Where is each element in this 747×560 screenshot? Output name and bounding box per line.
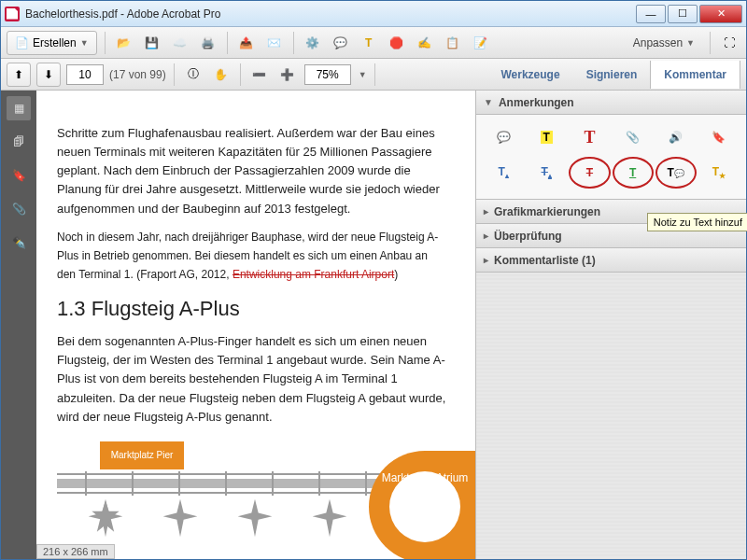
- app-window: Bachelorthesis.pdf - Adobe Acrobat Pro —…: [0, 0, 747, 560]
- comment-bubble-icon: 💬: [333, 36, 347, 49]
- settings-button[interactable]: ⚙️: [302, 32, 324, 54]
- text-correction-icon: T★: [712, 165, 726, 180]
- zoom-input[interactable]: [304, 64, 351, 85]
- panel-title: Anmerkungen: [499, 96, 574, 109]
- paperclip-icon: 📎: [626, 131, 640, 144]
- comment-side-panel: ▼ Anmerkungen 💬 T T 📎 🔊 🔖 T▴ T▴ T T T💬 T…: [475, 91, 746, 559]
- atrium-label: Marktplatz Atrium: [369, 451, 475, 559]
- document-viewport[interactable]: Schritte zum Flughafenausbau realisiert.…: [36, 91, 475, 559]
- attachments-tab[interactable]: 📎: [7, 197, 31, 221]
- comment-button[interactable]: 💬: [330, 32, 352, 54]
- panel-title: Kommentarliste (1): [494, 254, 596, 267]
- edit-button[interactable]: 📝: [470, 32, 492, 54]
- tab-kommentar[interactable]: Kommentar: [650, 61, 740, 89]
- create-button[interactable]: 📄 Erstellen ▼: [7, 31, 97, 55]
- share-button[interactable]: 📤: [235, 32, 258, 54]
- bookmark-icon: 🔖: [12, 169, 26, 182]
- stamp-tool[interactable]: 🔖: [701, 124, 737, 150]
- text-correction-tool[interactable]: T★: [701, 160, 737, 186]
- plane-icon: [160, 497, 201, 539]
- stamp-icon: 🔖: [712, 131, 726, 144]
- pier-label: Marktplatz Pier: [100, 441, 184, 469]
- minimize-button[interactable]: —: [636, 5, 666, 23]
- annotation-tools: 💬 T T 📎 🔊 🔖 T▴ T▴ T T T💬 T★: [476, 115, 746, 200]
- page-size-status: 216 x 266 mm: [36, 544, 115, 559]
- customize-label: Anpassen: [633, 36, 683, 49]
- sign-panel-icon: ✒️: [12, 236, 26, 249]
- titlebar: Bachelorthesis.pdf - Adobe Acrobat Pro —…: [1, 1, 746, 27]
- email-icon: ✉️: [267, 36, 281, 49]
- panel-title: Grafikmarkierungen: [494, 205, 600, 218]
- print-icon: 🖨️: [201, 36, 215, 49]
- page-number-input[interactable]: [66, 64, 104, 85]
- fullscreen-button[interactable]: ⛶: [718, 32, 740, 54]
- zoom-in-button[interactable]: ➕: [276, 63, 299, 86]
- share-icon: 📤: [239, 36, 253, 49]
- select-tool-button[interactable]: Ⓘ: [182, 63, 204, 86]
- content-area: ▦ 🗐 🔖 📎 ✒️ Schritte zum Flughafenausbau …: [1, 91, 746, 559]
- underline-icon: T: [629, 166, 636, 179]
- tab-signieren[interactable]: Signieren: [573, 61, 651, 89]
- tab-werkzeuge[interactable]: Werkzeuge: [487, 61, 572, 89]
- bookmarks-tab[interactable]: 🔖: [7, 163, 31, 188]
- gear-icon: ⚙️: [305, 36, 319, 49]
- open-button[interactable]: 📂: [113, 32, 135, 54]
- tooltip: Notiz zu Text hinzuf: [647, 213, 746, 231]
- save-button[interactable]: 💾: [141, 32, 163, 54]
- insert-text-tool[interactable]: T▴: [486, 160, 521, 186]
- cloud-button[interactable]: ☁️: [169, 32, 191, 54]
- airport-diagram: Marktplatz Pier Marktplatz Atrium: [57, 440, 468, 552]
- body-paragraph: Bei dem sogenannten A-Plus-Finger handel…: [57, 332, 447, 427]
- edit-doc-icon: 📝: [473, 36, 487, 49]
- add-note-to-text-tool[interactable]: T💬: [658, 160, 694, 186]
- strikethrough-tool[interactable]: T: [571, 160, 607, 186]
- sign-button[interactable]: ✍️: [414, 32, 436, 54]
- cursor-icon: Ⓘ: [188, 66, 199, 82]
- panel-kommentarliste-header[interactable]: ▸ Kommentarliste (1): [476, 248, 746, 273]
- maximize-button[interactable]: ☐: [668, 5, 698, 23]
- insert-text-icon: T▴: [498, 165, 508, 180]
- chevron-down-icon: ▼: [686, 38, 695, 48]
- pdf-page: Schritte zum Flughafenausbau realisiert.…: [36, 91, 475, 559]
- plane-icon: [85, 497, 126, 539]
- thumbnails-tab[interactable]: ▦: [7, 96, 31, 120]
- highlight-button[interactable]: T: [358, 32, 380, 54]
- left-nav-bar: ▦ 🗐 🔖 📎 ✒️: [1, 91, 36, 559]
- stamp-delete-button[interactable]: 🛑: [386, 32, 408, 54]
- cloud-icon: ☁️: [173, 36, 187, 49]
- thumbnails-icon: ▦: [14, 102, 24, 115]
- replace-text-tool[interactable]: T▴: [529, 160, 564, 186]
- hand-icon: ✋: [214, 68, 228, 81]
- highlight-tool[interactable]: T: [529, 124, 564, 150]
- save-icon: 💾: [145, 36, 159, 49]
- record-audio-tool[interactable]: 🔊: [658, 124, 694, 150]
- folder-open-icon: 📂: [117, 36, 131, 49]
- page-down-button[interactable]: ⬇: [36, 63, 61, 87]
- add-text-tool[interactable]: T: [571, 124, 607, 150]
- panel-anmerkungen-header[interactable]: ▼ Anmerkungen: [476, 91, 746, 115]
- attach-file-tool[interactable]: 📎: [615, 124, 651, 150]
- email-button[interactable]: ✉️: [263, 32, 286, 54]
- signatures-tab[interactable]: ✒️: [7, 231, 31, 255]
- form-button[interactable]: 📋: [442, 32, 464, 54]
- pages-tab[interactable]: 🗐: [7, 130, 31, 154]
- customize-button[interactable]: Anpassen ▼: [626, 31, 702, 55]
- chevron-down-icon: ▼: [80, 38, 89, 48]
- page-up-button[interactable]: ⬆: [7, 63, 31, 87]
- close-button[interactable]: ✕: [699, 5, 742, 23]
- arrow-up-icon: ⬆: [14, 68, 23, 81]
- print-button[interactable]: 🖨️: [197, 32, 219, 54]
- strikethrough-icon: T: [586, 166, 593, 179]
- strikethrough-text: Entwicklung am Frankfurt Airport: [233, 268, 394, 281]
- underline-tool[interactable]: T: [615, 160, 651, 186]
- sticky-note-tool[interactable]: 💬: [486, 124, 521, 150]
- zoom-out-button[interactable]: ➖: [248, 63, 271, 86]
- chevron-right-icon: ▸: [484, 255, 488, 265]
- nav-toolbar: ⬆ ⬇ (17 von 99) Ⓘ ✋ ➖ ➕ ▼ Werkzeuge Sign…: [1, 59, 746, 91]
- pdf-create-icon: 📄: [15, 36, 29, 49]
- text-icon: T: [584, 128, 595, 147]
- chevron-down-icon[interactable]: ▼: [359, 70, 367, 79]
- pages-icon: 🗐: [13, 135, 24, 148]
- hand-tool-button[interactable]: ✋: [210, 63, 233, 86]
- form-icon: 📋: [445, 36, 459, 49]
